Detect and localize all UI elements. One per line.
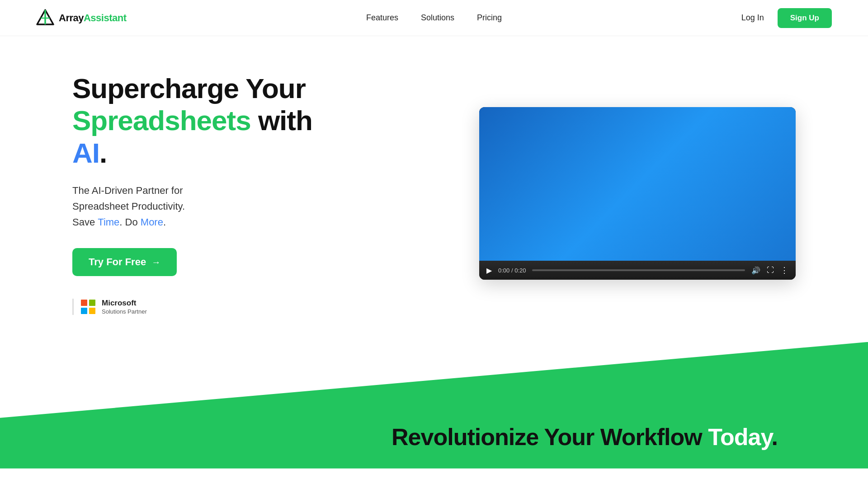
video-screen — [479, 107, 796, 261]
hero-subtitle: The AI-Driven Partner forSpreadsheet Pro… — [72, 183, 335, 230]
nav-right: Log In Sign Up — [741, 8, 832, 28]
ms-partner-label: Solutions Partner — [102, 308, 147, 315]
arrow-icon: → — [151, 257, 160, 267]
ms-red-square — [81, 300, 87, 306]
video-time: 0:00 / 0:20 — [498, 267, 526, 274]
login-button[interactable]: Log In — [741, 13, 764, 23]
ms-logo-icon — [81, 300, 95, 314]
fullscreen-button[interactable]: ⛶ — [767, 266, 774, 274]
ms-green-square — [89, 300, 95, 306]
nav-links: Features Solutions Pricing — [366, 13, 502, 23]
navbar: ArrayAssistant Features Solutions Pricin… — [0, 0, 868, 36]
bottom-text: Revolutionize Your Workflow Today. — [392, 423, 778, 450]
try-for-free-button[interactable]: Try For Free → — [72, 248, 177, 276]
hero-left: Supercharge Your Spreadsheets with AI. T… — [72, 72, 335, 315]
video-player[interactable]: ▶ 0:00 / 0:20 🔊 ⛶ ⋮ — [479, 107, 796, 280]
hero-section: Supercharge Your Spreadsheets with AI. T… — [0, 36, 868, 342]
nav-pricing[interactable]: Pricing — [477, 13, 502, 23]
hero-title: Supercharge Your Spreadsheets with AI. — [72, 72, 335, 169]
ms-yellow-square — [89, 308, 95, 314]
logo-text: ArrayAssistant — [59, 12, 127, 24]
time-link[interactable]: Time — [98, 216, 119, 228]
volume-button[interactable]: 🔊 — [751, 266, 760, 275]
progress-bar[interactable] — [532, 269, 745, 271]
play-button[interactable]: ▶ — [486, 266, 492, 275]
logo-icon — [36, 9, 54, 27]
hero-right: ▶ 0:00 / 0:20 🔊 ⛶ ⋮ — [479, 107, 796, 280]
video-controls: ▶ 0:00 / 0:20 🔊 ⛶ ⋮ — [479, 261, 796, 280]
more-options-button[interactable]: ⋮ — [780, 265, 788, 275]
ms-name: Microsoft — [102, 299, 147, 308]
nav-solutions[interactable]: Solutions — [421, 13, 454, 23]
logo[interactable]: ArrayAssistant — [36, 9, 127, 27]
nav-features[interactable]: Features — [366, 13, 398, 23]
ms-partner-text: Microsoft Solutions Partner — [102, 299, 147, 314]
bottom-section: Revolutionize Your Workflow Today. — [0, 342, 868, 469]
ms-partner: Microsoft Solutions Partner — [72, 299, 335, 314]
more-link[interactable]: More — [141, 216, 163, 228]
signup-button[interactable]: Sign Up — [778, 8, 832, 28]
ms-blue-square — [81, 308, 87, 314]
